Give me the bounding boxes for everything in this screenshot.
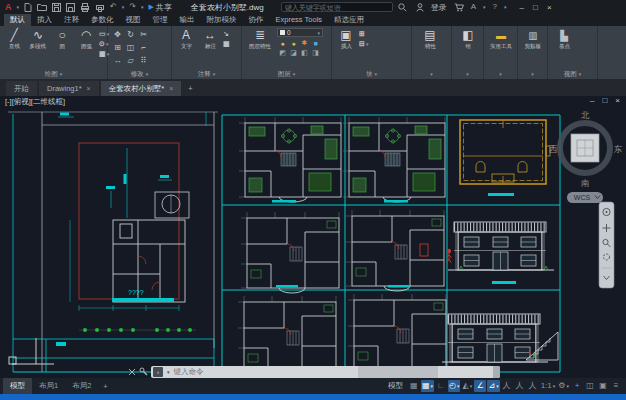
- stretch-icon[interactable]: ↔: [111, 56, 124, 65]
- command-wrench-icon[interactable]: [139, 367, 148, 376]
- arc-button[interactable]: ◠圆弧: [75, 28, 97, 51]
- search-input[interactable]: [281, 2, 393, 12]
- drawing-minimize-button[interactable]: –: [590, 96, 594, 105]
- ribbon-tab[interactable]: 默认: [4, 14, 31, 26]
- app-logo-icon[interactable]: A: [5, 2, 12, 12]
- floor-plan-3[interactable]: [241, 212, 339, 293]
- graphics-performance[interactable]: ▣: [597, 380, 609, 392]
- properties-button[interactable]: ▤特性: [415, 28, 445, 51]
- customize-menu[interactable]: ≡: [610, 380, 622, 392]
- file-tab[interactable]: 开始: [6, 81, 37, 96]
- layer-prev-icon[interactable]: ◪: [288, 49, 299, 57]
- autodesk-logo-icon[interactable]: A: [471, 2, 476, 12]
- line-button[interactable]: ╱直线: [3, 28, 25, 51]
- drawing-close-button[interactable]: ×: [615, 96, 620, 105]
- layer-select[interactable]: 0▾: [277, 28, 323, 37]
- panel-modify-caption[interactable]: 修改 ▾: [108, 69, 171, 79]
- search-icon[interactable]: [398, 3, 407, 12]
- site-plan[interactable]: ????: [8, 112, 218, 372]
- workspace-gear[interactable]: ⚙▾: [557, 380, 570, 392]
- help-caret-icon[interactable]: ▾: [504, 4, 507, 10]
- scale-icon[interactable]: ▱: [124, 56, 137, 65]
- tab-close-icon[interactable]: ×: [169, 85, 173, 92]
- dimension-button[interactable]: ↔标注: [199, 28, 221, 51]
- app-store-cart-icon[interactable]: [454, 3, 464, 12]
- site-house-plan[interactable]: [113, 220, 185, 302]
- edit-block-button[interactable]: ⊟▾: [359, 39, 368, 48]
- panel-block-caption[interactable]: 块 ▾: [332, 69, 411, 79]
- rotate-icon[interactable]: ↻: [124, 30, 137, 39]
- ribbon-tab[interactable]: 参数化: [85, 14, 120, 26]
- print-icon[interactable]: [95, 3, 105, 12]
- ribbon-tab[interactable]: 协作: [243, 14, 270, 26]
- save-icon[interactable]: [52, 3, 61, 12]
- open-folder-icon[interactable]: [37, 3, 47, 11]
- ribbon-tab[interactable]: 附加模块: [201, 14, 243, 26]
- ribbon-tab[interactable]: 注释: [58, 14, 85, 26]
- ribbon-tab[interactable]: 插入: [31, 14, 58, 26]
- floor-plan-2[interactable]: [343, 117, 445, 202]
- osnap-tracking[interactable]: ∠: [474, 380, 486, 392]
- new-drawing-tab-button[interactable]: +: [183, 81, 197, 96]
- h-scrollbar-thumb[interactable]: [358, 366, 438, 378]
- layer-freeze-icon[interactable]: ✱: [299, 39, 310, 47]
- clipboard-button[interactable]: ▥剪贴板: [521, 28, 545, 51]
- plot-icon[interactable]: [80, 3, 90, 12]
- move-icon[interactable]: ✥: [111, 30, 124, 39]
- floor-plan-4[interactable]: [346, 210, 444, 291]
- mirror-icon[interactable]: ◫: [124, 43, 137, 52]
- ribbon-tab[interactable]: Express Tools: [270, 14, 329, 26]
- insert-block-button[interactable]: ▣插入: [335, 28, 357, 51]
- layer-isolate-icon[interactable]: ◧: [299, 49, 310, 57]
- roof-plan[interactable]: [460, 120, 550, 184]
- panel-view-caption[interactable]: 视图 ▾: [548, 69, 597, 79]
- grid-display[interactable]: ▦▾: [421, 380, 434, 392]
- groups-button[interactable]: ◧组: [455, 28, 481, 51]
- layer-properties-button[interactable]: ≣图层特性: [245, 28, 275, 51]
- new-layout-button[interactable]: +: [98, 382, 112, 391]
- table-button[interactable]: ▦: [223, 39, 230, 48]
- create-block-button[interactable]: ⊞: [359, 29, 368, 38]
- compass-south[interactable]: 南: [581, 178, 590, 188]
- drawing-area[interactable]: [-][俯视][二维线框] – □ ×: [0, 96, 626, 378]
- user-icon[interactable]: [416, 3, 424, 12]
- navigation-bar[interactable]: [599, 202, 614, 288]
- file-tab[interactable]: 全套农村小别墅* ×: [101, 81, 182, 96]
- polar-tracking[interactable]: ◴▾: [448, 380, 461, 392]
- new-file-icon[interactable]: [24, 3, 32, 12]
- panel-utilities-caption[interactable]: ▾: [484, 69, 517, 79]
- layout-tab[interactable]: 布局1: [32, 378, 65, 394]
- signin-label[interactable]: 登录: [431, 2, 447, 13]
- layout-tab[interactable]: 模型: [3, 378, 32, 394]
- snap-mode[interactable]: ▦: [408, 380, 420, 392]
- redo-icon[interactable]: ↷: [129, 2, 136, 12]
- file-tab[interactable]: Drawing1* ×: [39, 81, 99, 96]
- layer-on-icon[interactable]: ●: [277, 40, 288, 47]
- layer-match-icon[interactable]: ◩: [277, 49, 288, 57]
- leader-button[interactable]: ↘: [223, 29, 230, 38]
- minimize-button[interactable]: –: [520, 3, 524, 12]
- layer-off-icon[interactable]: ◨: [310, 49, 321, 57]
- scale-value[interactable]: 1:1▾: [540, 380, 557, 392]
- save-as-icon[interactable]: [66, 3, 75, 12]
- panel-properties-caption[interactable]: ▾: [412, 69, 451, 79]
- layout-tab[interactable]: 布局2: [65, 378, 98, 394]
- tab-close-icon[interactable]: ×: [87, 85, 91, 92]
- array-icon[interactable]: ⠿: [137, 56, 150, 65]
- annotation-scale[interactable]: 人: [527, 380, 539, 392]
- share-button[interactable]: ▶ 共享: [148, 2, 171, 13]
- compass-west[interactable]: 西: [549, 144, 558, 154]
- text-button[interactable]: A文字: [175, 28, 197, 51]
- annotation-visibility[interactable]: 人: [501, 380, 513, 392]
- ribbon-tab[interactable]: 输出: [174, 14, 201, 26]
- panel-clipboard-caption[interactable]: ▾: [518, 69, 547, 79]
- close-button[interactable]: ×: [547, 3, 552, 12]
- ortho-mode[interactable]: ∟: [435, 380, 447, 392]
- help-icon[interactable]: ?: [493, 2, 497, 12]
- wcs-button[interactable]: WCS: [567, 192, 603, 203]
- panel-groups-caption[interactable]: ▾: [452, 69, 483, 79]
- command-close-icon[interactable]: [128, 368, 136, 376]
- floor-plan-1[interactable]: [239, 117, 341, 202]
- ribbon-tab[interactable]: 精选应用: [328, 14, 370, 26]
- compass-east[interactable]: 东: [614, 144, 623, 154]
